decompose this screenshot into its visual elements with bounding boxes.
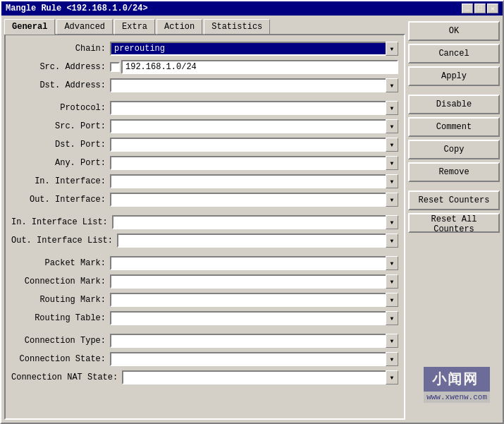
any-port-dropdown-btn[interactable]: ▼ [386, 156, 398, 170]
in-interface-input[interactable] [110, 174, 398, 188]
src-address-input-wrapper [121, 60, 398, 74]
dst-address-input[interactable] [110, 78, 398, 92]
connection-mark-label: Connection Mark: [11, 277, 110, 286]
dst-address-row: Dst. Address: ▼ [11, 78, 398, 93]
connection-state-row: Connection State: ▼ [11, 351, 398, 367]
chain-label: Chain: [11, 44, 110, 54]
in-interface-list-row: In. Interface List: ▼ [11, 214, 398, 230]
tab-action[interactable]: Action [156, 19, 202, 35]
any-port-input-wrapper: ▼ [110, 156, 398, 170]
reset-counters-button[interactable]: Reset Counters [408, 190, 500, 210]
src-port-dropdown-btn[interactable]: ▼ [386, 119, 398, 133]
in-interface-list-input-wrapper: ▼ [112, 215, 398, 229]
src-port-input[interactable] [110, 119, 398, 133]
routing-table-input[interactable] [110, 311, 398, 325]
ok-button[interactable]: OK [408, 21, 500, 41]
routing-mark-input-wrapper: ▼ [110, 293, 398, 307]
chain-dropdown-btn[interactable]: ▼ [386, 42, 398, 56]
chain-input[interactable] [110, 42, 398, 56]
routing-mark-row: Routing Mark: ▼ [11, 292, 398, 308]
connection-state-input[interactable] [110, 352, 398, 366]
tab-extra[interactable]: Extra [114, 19, 155, 35]
reset-all-counters-button[interactable]: Reset All Counters [408, 213, 500, 233]
connection-nat-state-input-container: ▼ [122, 370, 398, 384]
cancel-button[interactable]: Cancel [408, 44, 500, 63]
dst-port-dropdown-btn[interactable]: ▼ [386, 138, 398, 152]
content-area: General Advanced Extra Action Statistics… [1, 16, 503, 423]
dst-address-dropdown-btn[interactable]: ▼ [386, 78, 398, 92]
in-interface-row: In. Interface: ▼ [11, 174, 398, 189]
src-address-input[interactable] [121, 60, 398, 74]
connection-type-row: Connection Type: ▼ [11, 333, 398, 349]
dst-address-input-wrapper: ▼ [110, 78, 398, 92]
minimize-button[interactable]: _ [462, 4, 473, 13]
title-bar: Mangle Rule <192.168.1.0/24> _ □ ✕ [1, 1, 503, 16]
out-interface-list-input-wrapper: ▼ [117, 234, 398, 248]
dst-address-label: Dst. Address: [11, 80, 110, 90]
src-address-row: Src. Address: [11, 59, 398, 75]
copy-button[interactable]: Copy [408, 140, 500, 159]
chain-input-wrapper: ▼ [110, 42, 398, 56]
chain-row: Chain: ▼ [11, 41, 398, 56]
packet-mark-dropdown-btn[interactable]: ▼ [386, 256, 398, 270]
dst-port-input-wrapper: ▼ [110, 138, 398, 152]
any-port-input[interactable] [110, 156, 398, 170]
packet-mark-label: Packet Mark: [11, 258, 110, 268]
in-interface-input-wrapper: ▼ [110, 174, 398, 188]
disable-button[interactable]: Disable [408, 95, 500, 114]
maximize-button[interactable]: □ [474, 4, 486, 13]
close-button[interactable]: ✕ [487, 4, 498, 13]
in-interface-list-input[interactable] [112, 215, 398, 229]
chain-input-container: ▼ [110, 42, 398, 56]
connection-mark-input[interactable] [110, 274, 398, 289]
protocol-input[interactable] [110, 101, 398, 115]
any-port-row: Any. Port: ▼ [11, 155, 398, 171]
routing-mark-input-container: ▼ [110, 293, 398, 307]
in-interface-dropdown-btn[interactable]: ▼ [386, 174, 398, 188]
dst-port-input[interactable] [110, 138, 398, 152]
in-interface-list-dropdown-btn[interactable]: ▼ [386, 215, 398, 229]
connection-nat-state-input[interactable] [122, 370, 398, 384]
routing-table-input-container: ▼ [110, 311, 398, 325]
out-interface-input-container: ▼ [110, 193, 398, 207]
packet-mark-input-wrapper: ▼ [110, 256, 398, 270]
in-interface-list-input-container: ▼ [112, 215, 398, 229]
protocol-dropdown-btn[interactable]: ▼ [386, 101, 398, 115]
main-panel: General Advanced Extra Action Statistics… [4, 18, 405, 420]
connection-mark-dropdown-btn[interactable]: ▼ [386, 274, 398, 289]
out-interface-list-dropdown-btn[interactable]: ▼ [386, 234, 398, 248]
out-interface-input[interactable] [110, 193, 398, 207]
right-panel: OK Cancel Apply Disable Comment Copy Rem… [408, 18, 500, 420]
routing-table-input-wrapper: ▼ [110, 311, 398, 325]
packet-mark-input[interactable] [110, 256, 398, 270]
tab-general[interactable]: General [4, 19, 55, 35]
tab-statistics[interactable]: Statistics [204, 19, 270, 35]
connection-mark-input-container: ▼ [110, 274, 398, 289]
routing-table-dropdown-btn[interactable]: ▼ [386, 311, 398, 325]
routing-mark-dropdown-btn[interactable]: ▼ [386, 293, 398, 307]
src-port-input-wrapper: ▼ [110, 119, 398, 133]
tab-advanced[interactable]: Advanced [56, 19, 113, 35]
tabs: General Advanced Extra Action Statistics [4, 18, 405, 34]
connection-nat-state-dropdown-btn[interactable]: ▼ [386, 370, 398, 384]
out-interface-dropdown-btn[interactable]: ▼ [386, 193, 398, 207]
protocol-label: Protocol: [11, 103, 110, 113]
connection-type-input[interactable] [110, 334, 398, 348]
comment-button[interactable]: Comment [408, 117, 500, 137]
connection-mark-input-wrapper: ▼ [110, 274, 398, 289]
dst-port-row: Dst. Port: ▼ [11, 137, 398, 152]
routing-table-row: Routing Table: ▼ [11, 310, 398, 326]
src-port-row: Src. Port: ▼ [11, 119, 398, 134]
apply-button[interactable]: Apply [408, 66, 500, 86]
connection-type-dropdown-btn[interactable]: ▼ [386, 334, 398, 348]
out-interface-list-input[interactable] [117, 234, 398, 248]
remove-button[interactable]: Remove [408, 162, 500, 182]
packet-mark-row: Packet Mark: ▼ [11, 255, 398, 271]
src-address-checkbox[interactable] [110, 62, 120, 72]
routing-mark-input[interactable] [110, 293, 398, 307]
connection-type-input-container: ▼ [110, 334, 398, 348]
connection-state-dropdown-btn[interactable]: ▼ [386, 352, 398, 366]
connection-state-input-wrapper: ▼ [110, 352, 398, 366]
connection-mark-row: Connection Mark: ▼ [11, 274, 398, 289]
protocol-input-container: ▼ [110, 101, 398, 115]
